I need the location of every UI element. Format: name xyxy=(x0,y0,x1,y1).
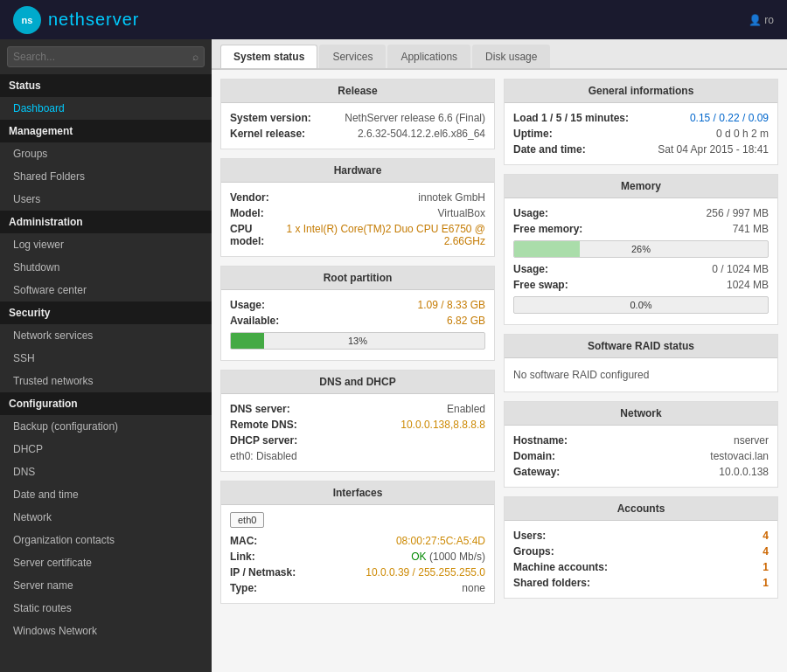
sidebar-item-static-routes[interactable]: Static routes xyxy=(0,597,212,620)
sidebar-item-trusted-networks[interactable]: Trusted networks xyxy=(0,370,212,392)
swap-usage-label: Usage: xyxy=(513,263,548,275)
sidebar-item-network[interactable]: Network xyxy=(0,506,212,529)
left-column: Release System version: NethServer relea… xyxy=(220,79,495,604)
header: ns nethserver 👤 ro xyxy=(0,0,787,39)
logo-icon: ns xyxy=(13,6,41,34)
mem-free-value: 741 MB xyxy=(733,223,769,235)
gen-load-label: Load 1 / 5 / 15 minutes: xyxy=(513,112,629,124)
panel-dns-dhcp: DNS and DHCP DNS server: Enabled Remote … xyxy=(220,370,495,472)
sidebar-item-org-contacts[interactable]: Organization contacts xyxy=(0,529,212,551)
tab-system-status[interactable]: System status xyxy=(220,45,317,68)
iface-badge-eth0: eth0 xyxy=(230,512,264,528)
search-input[interactable] xyxy=(8,47,187,66)
mem-free-row: Free memory: 741 MB xyxy=(513,221,769,237)
acc-folders-label: Shared folders: xyxy=(513,577,590,589)
sidebar-item-shutdown[interactable]: Shutdown xyxy=(0,256,212,279)
main-content: System status Services Applications Disk… xyxy=(212,39,787,672)
panel-root-body: Usage: 1.09 / 8.33 GB Available: 6.82 GB… xyxy=(221,290,494,360)
swap-free-label: Free swap: xyxy=(513,279,568,291)
root-progress-bar-wrap: 13% xyxy=(230,332,485,350)
sidebar-item-dhcp[interactable]: DHCP xyxy=(0,438,212,461)
iface-mac-label: MAC: xyxy=(230,535,257,547)
sidebar-section-status: Status xyxy=(0,74,212,97)
search-icon: ⌕ xyxy=(187,47,204,66)
sidebar-section-administration: Administration xyxy=(0,211,212,233)
panel-release: Release System version: NethServer relea… xyxy=(220,79,495,149)
net-domain-row: Domain: testovaci.lan xyxy=(513,448,769,464)
panel-accounts-body: Users: 4 Groups: 4 Machine accounts: 1 xyxy=(505,521,777,598)
panel-memory-header: Memory xyxy=(505,175,777,198)
panel-raid-header: Software RAID status xyxy=(505,335,777,358)
net-domain-label: Domain: xyxy=(513,450,555,462)
root-usage-label: Usage: xyxy=(230,299,265,311)
release-kernel-value: 2.6.32-504.12.2.el6.x86_64 xyxy=(358,128,485,140)
panel-hardware-header: Hardware xyxy=(221,159,494,183)
root-progress-bar xyxy=(231,333,264,349)
panel-hardware-body: Vendor: innotek GmbH Model: VirtualBox C… xyxy=(221,183,494,256)
root-progress-label: 13% xyxy=(348,336,367,346)
sidebar-item-windows-network[interactable]: Windows Network xyxy=(0,620,212,642)
swap-progress-label: 0.0% xyxy=(630,300,651,310)
panel-hardware: Hardware Vendor: innotek GmbH Model: Vir… xyxy=(220,158,495,257)
dns-server-row: DNS server: Enabled xyxy=(230,401,485,417)
panel-accounts-header: Accounts xyxy=(505,497,777,521)
sidebar-item-server-name[interactable]: Server name xyxy=(0,574,212,597)
tab-disk-usage[interactable]: Disk usage xyxy=(472,45,550,68)
panel-root-header: Root partition xyxy=(221,267,494,290)
panel-release-body: System version: NethServer release 6.6 (… xyxy=(221,103,494,149)
sidebar-item-date-time[interactable]: Date and time xyxy=(0,483,212,506)
hw-cpu-label: CPU model: xyxy=(230,223,280,247)
tabs-bar: System status Services Applications Disk… xyxy=(212,39,787,70)
mem-progress-label: 26% xyxy=(631,244,651,254)
root-available-label: Available: xyxy=(230,315,279,327)
swap-free-row: Free swap: 1024 MB xyxy=(513,277,769,293)
acc-folders-row: Shared folders: 1 xyxy=(513,575,769,591)
sidebar-item-software-center[interactable]: Software center xyxy=(0,279,212,301)
root-usage-value: 1.09 / 8.33 GB xyxy=(418,299,485,311)
mem-progress-wrap: 26% xyxy=(513,240,769,258)
sidebar-item-backup[interactable]: Backup (configuration) xyxy=(0,415,212,438)
sidebar-item-groups[interactable]: Groups xyxy=(0,142,212,165)
search-wrap[interactable]: ⌕ xyxy=(7,46,205,67)
iface-link-label: Link: xyxy=(230,551,255,563)
sidebar-item-dashboard[interactable]: Dashboard xyxy=(0,97,212,120)
root-usage-row: Usage: 1.09 / 8.33 GB xyxy=(230,297,485,313)
acc-users-label: Users: xyxy=(513,530,546,542)
iface-ip-row: IP / Netmask: 10.0.0.39 / 255.255.255.0 xyxy=(230,565,485,580)
gen-uptime-value: 0 d 0 h 2 m xyxy=(716,128,769,140)
mem-usage-row: Usage: 256 / 997 MB xyxy=(513,205,769,221)
dns-server-label: DNS server: xyxy=(230,403,290,415)
iface-link-value: OK (1000 Mb/s) xyxy=(411,551,485,563)
panel-raid: Software RAID status No software RAID co… xyxy=(504,334,778,392)
dhcp-server-label: DHCP server: xyxy=(230,434,297,447)
release-version-row: System version: NethServer release 6.6 (… xyxy=(230,110,485,126)
panel-root-partition: Root partition Usage: 1.09 / 8.33 GB Ava… xyxy=(220,266,495,361)
panel-network-body: Hostname: nserver Domain: testovaci.lan … xyxy=(505,426,777,487)
sidebar-item-log-viewer[interactable]: Log viewer xyxy=(0,233,212,256)
acc-groups-label: Groups: xyxy=(513,545,554,558)
sidebar-item-ssh[interactable]: SSH xyxy=(0,347,212,370)
sidebar-section-configuration: Configuration xyxy=(0,392,212,415)
iface-mac-row: MAC: 08:00:27:5C:A5:4D xyxy=(230,533,485,549)
sidebar-item-dns[interactable]: DNS xyxy=(0,461,212,483)
tab-services[interactable]: Services xyxy=(319,45,386,68)
sidebar-section-management: Management xyxy=(0,120,212,142)
iface-type-value: none xyxy=(462,582,485,594)
tab-applications[interactable]: Applications xyxy=(387,45,470,68)
dhcp-value: eth0: Disabled xyxy=(230,448,485,464)
sidebar-item-network-services[interactable]: Network services xyxy=(0,324,212,347)
acc-machine-label: Machine accounts: xyxy=(513,561,608,573)
sidebar-item-users[interactable]: Users xyxy=(0,188,212,211)
acc-groups-value: 4 xyxy=(763,545,769,558)
gen-datetime-value: Sat 04 Apr 2015 - 18:41 xyxy=(658,143,769,156)
net-domain-value: testovaci.lan xyxy=(710,450,769,462)
panel-network-header: Network xyxy=(505,402,777,426)
panel-memory: Memory Usage: 256 / 997 MB Free memory: … xyxy=(504,174,778,325)
search-box: ⌕ xyxy=(0,39,212,74)
header-user: 👤 ro xyxy=(749,14,774,26)
sidebar-item-shared-folders[interactable]: Shared Folders xyxy=(0,165,212,188)
iface-type-row: Type: none xyxy=(230,580,485,596)
sidebar-item-server-cert[interactable]: Server certificate xyxy=(0,551,212,574)
hw-model-label: Model: xyxy=(230,207,264,219)
root-available-value: 6.82 GB xyxy=(447,315,485,327)
